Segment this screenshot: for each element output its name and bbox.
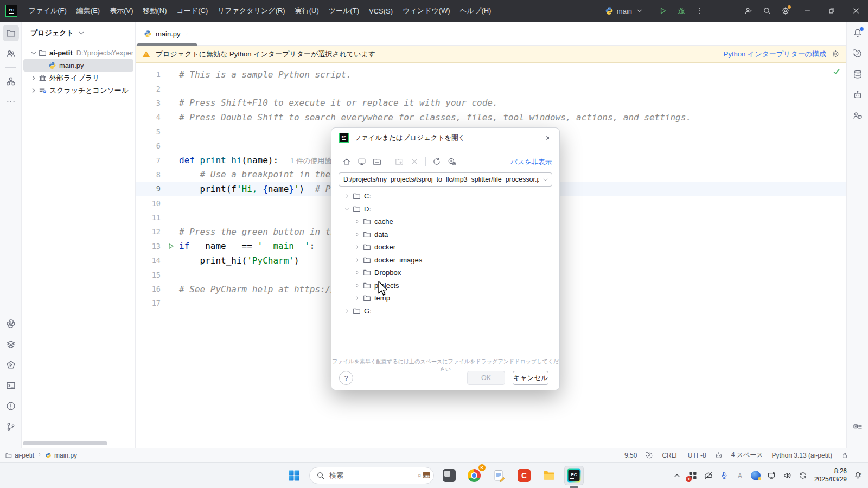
menu-item-1[interactable]: 編集(E) [72,0,105,22]
dialog-tree-item-2[interactable]: cache [335,215,556,228]
tray-onedrive-paused[interactable] [703,467,714,484]
chevron-right-icon[interactable] [29,74,39,82]
taskbar-app-start[interactable] [284,466,304,485]
chevron-right-icon[interactable] [353,294,362,301]
chevron-right-icon[interactable] [342,307,352,314]
status-crlf[interactable]: CRLF [662,452,679,459]
tool-button-ime-toolbar[interactable] [850,419,866,435]
readonly-toggle[interactable] [841,452,848,459]
taskbar-app-pycharm[interactable]: PC [564,466,584,485]
tray-display[interactable] [766,467,777,484]
project-tree-item-1[interactable]: main.py [23,59,133,72]
dialog-tree-item-7[interactable]: projects [335,279,556,292]
menu-item-3[interactable]: 移動(N) [138,0,172,22]
menu-item-9[interactable]: ウィンドウ(W) [398,0,455,22]
run-config-selector[interactable]: main [599,7,649,15]
dialog-tree-item-8[interactable]: temp [335,292,556,305]
tool-button-run[interactable] [3,357,19,373]
tool-button-ai-chat[interactable] [850,87,866,103]
code-line-3[interactable]: 3# Press Shift+F10 to execute it or repl… [136,96,846,110]
taskbar-app-explorer[interactable] [539,466,559,485]
chevron-right-icon[interactable] [353,256,362,264]
horizontal-scrollbar[interactable] [23,441,107,445]
tray-clock[interactable]: 8:262025/03/29 [814,467,847,484]
tray-assistant[interactable] [750,467,761,484]
dialog-toolbar-home-button[interactable] [340,155,353,168]
inspection-check-icon[interactable] [832,67,841,78]
taskbar-app-camtasia[interactable]: C [514,466,534,485]
chevron-down-icon[interactable] [539,173,552,186]
more-actions-button[interactable] [691,3,709,19]
taskbar-app-notepad[interactable] [489,466,509,485]
dialog-tree-item-3[interactable]: data [335,228,556,241]
tool-button-python-packages[interactable] [3,316,19,332]
tool-button-version-control[interactable] [3,419,19,435]
dialog-toolbar-desktop-button[interactable] [355,155,368,168]
tray-app-grid[interactable]: 1 [687,467,698,484]
dialog-tree-item-5[interactable]: docker_images [335,254,556,267]
tool-button-more-tool-windows[interactable] [3,94,19,110]
tool-button-database[interactable] [850,66,866,82]
taskbar-search[interactable]: 検索♫ [309,467,434,484]
tool-button-pull-requests[interactable] [3,46,19,62]
dialog-tree-item-6[interactable]: Dropbox [335,266,556,279]
dialog-tree-item-1[interactable]: D: [335,203,556,216]
cancel-button[interactable]: キャンセル [513,371,548,385]
project-tree-item-2[interactable]: 外部ライブラリ [23,72,133,84]
menu-item-8[interactable]: VCS(S) [364,0,398,22]
tray-notification-center[interactable]: z [853,467,864,484]
tool-button-structure[interactable] [3,73,19,89]
status-python-3-13-ai-petit-[interactable]: Python 3.13 (ai-petit) [772,452,832,459]
chevron-right-icon[interactable] [353,231,362,238]
dialog-close-icon[interactable] [545,134,552,142]
run-gutter-icon[interactable] [165,242,177,250]
dialog-tree-item-9[interactable]: G: [335,305,556,318]
chevron-down-icon[interactable] [342,206,352,213]
tool-button-project[interactable] [3,25,19,41]
ai-assistant-status[interactable] [646,452,653,459]
status-9-50[interactable]: 9:50 [624,452,637,459]
menu-item-6[interactable]: 実行(U) [290,0,324,22]
tool-button-terminal[interactable] [3,377,19,394]
debug-button[interactable] [672,3,691,19]
chevron-right-icon[interactable] [353,218,362,225]
taskbar-app-screen-app[interactable] [439,466,459,485]
tray-expand[interactable] [672,467,682,484]
tool-button-notifications[interactable] [850,25,866,41]
settings-button[interactable] [776,3,795,19]
menu-item-5[interactable]: リファクタリング(R) [213,0,290,22]
tool-button-services[interactable] [3,336,19,352]
tool-button-ai-assistant[interactable] [850,46,866,62]
ai-status[interactable] [715,452,723,459]
close-button[interactable] [844,0,868,22]
configure-interpreter-link[interactable]: Python インタープリターの構成 [724,49,826,59]
menu-item-7[interactable]: ツール(T) [324,0,364,22]
project-tree-item-3[interactable]: スクラッチとコンソール [23,84,133,97]
add-user-button[interactable] [739,3,758,19]
chevron-right-icon[interactable] [353,282,362,289]
menu-item-4[interactable]: コード(C) [172,0,213,22]
tool-button-problems[interactable] [3,398,19,414]
tray-microphone[interactable] [719,467,730,484]
status-utf-8[interactable]: UTF-8 [688,452,706,459]
tab-close-icon[interactable] [184,31,190,37]
breadcrumb-item-0[interactable]: ai-petit [5,452,34,459]
ok-button[interactable]: OK [467,371,505,385]
dialog-toolbar-refresh-button[interactable] [430,155,443,168]
path-combobox[interactable]: D:/projects/my_projects/tsproj_to_llc/mp… [339,172,552,187]
chevron-down-icon[interactable] [29,49,39,57]
tray-sync[interactable] [797,467,808,484]
chevron-right-icon[interactable] [353,269,362,276]
chevron-right-icon[interactable] [353,243,362,251]
chevron-down-icon[interactable] [77,29,86,37]
search-everywhere-button[interactable] [758,3,776,19]
code-line-4[interactable]: 4# Press Double Shift to search everywhe… [136,110,846,124]
code-line-2[interactable]: 2 [136,81,846,95]
minimize-button[interactable] [795,0,819,22]
dialog-tree-item-4[interactable]: docker [335,241,556,254]
tab-main-py[interactable]: main.py [137,22,197,46]
tray-pin-a[interactable]: A [735,467,745,484]
tray-volume[interactable] [782,467,793,484]
menu-item-10[interactable]: ヘルプ(H) [455,0,496,22]
code-line-1[interactable]: 1# This is a sample Python script. [136,67,846,81]
